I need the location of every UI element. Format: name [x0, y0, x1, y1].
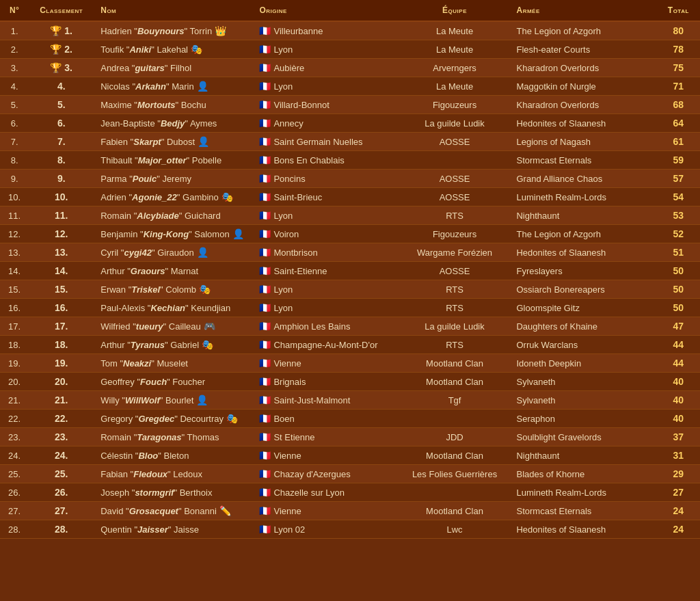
cell-origin: 🇫🇷Saint Germain Nuelles: [252, 133, 396, 151]
cell-origin: 🇫🇷Champagne-Au-Mont-D'or: [252, 336, 396, 354]
cell-no: 1.: [0, 21, 29, 40]
name-icon: 👤: [194, 247, 208, 258]
cell-rank: 21.: [29, 391, 94, 410]
flag-icon: 🇫🇷: [259, 62, 271, 73]
cell-total: 24: [657, 502, 700, 520]
cell-team: La Meute: [397, 21, 513, 40]
cell-no: 15.: [0, 280, 29, 299]
cell-total: 51: [657, 243, 700, 262]
cell-origin: 🇫🇷Saint-Brieuc: [252, 188, 396, 206]
table-row: 27.27.David "Grosacquet" Bonanni ✏️🇫🇷Vie…: [0, 502, 700, 520]
cell-origin: 🇫🇷Vienne: [252, 446, 396, 465]
cell-name: Arthur "Graours" Marnat: [94, 262, 252, 280]
cell-total: 52: [657, 225, 700, 243]
cell-name: Joseph "stormgrif" Berthoix: [94, 483, 252, 502]
cell-rank: 12.: [29, 225, 94, 243]
cell-name: Romain "Taragonas" Thomas: [94, 428, 252, 446]
name-icon: 👑: [212, 25, 226, 36]
cell-no: 3.: [0, 59, 29, 77]
cell-army: Lumineth Realm-Lords: [512, 188, 656, 206]
cell-origin: 🇫🇷Saint-Etienne: [252, 262, 396, 280]
cell-no: 21.: [0, 391, 29, 410]
cell-rank: 17.: [29, 317, 94, 336]
cell-rank: 25.: [29, 465, 94, 483]
cell-army: Kharadron Overlords: [512, 59, 656, 77]
cell-rank: 27.: [29, 502, 94, 520]
table-row: 7.7.Fabien "Skarpt" Dubost 👤🇫🇷Saint Germ…: [0, 133, 700, 151]
table-row: 25.25.Fabian "Fledoux" Ledoux🇫🇷Chazay d'…: [0, 465, 700, 483]
cell-no: 14.: [0, 262, 29, 280]
table-row: 5.5.Maxime "Mortouts" Bochu🇫🇷Villard-Bon…: [0, 96, 700, 114]
cell-total: 78: [657, 40, 700, 59]
flag-icon: 🇫🇷: [259, 44, 271, 55]
cell-total: 50: [657, 280, 700, 299]
cell-rank: 23.: [29, 428, 94, 446]
table-row: 14.14.Arthur "Graours" Marnat🇫🇷Saint-Eti…: [0, 262, 700, 280]
cell-army: Hedonites of Slaanesh: [512, 243, 656, 262]
cell-name: Erwan "Triskel" Colomb 🎭: [94, 280, 252, 299]
flag-icon: 🇫🇷: [259, 524, 271, 535]
name-icon: 👤: [195, 136, 209, 147]
cell-name: Jean-Baptiste "Bedjy" Aymes: [94, 114, 252, 133]
cell-army: Seraphon: [512, 410, 656, 428]
cell-army: Stormcast Eternals: [512, 502, 656, 520]
flag-icon: 🇫🇷: [259, 99, 271, 110]
cell-origin: 🇫🇷Lyon: [252, 280, 396, 299]
table-row: 8.8.Thibault "Major_otter" Pobelle🇫🇷Bons…: [0, 151, 700, 170]
cell-total: 68: [657, 96, 700, 114]
flag-icon: 🇫🇷: [259, 155, 271, 165]
cell-team: Figouzeurs: [397, 225, 513, 243]
cell-no: 17.: [0, 317, 29, 336]
cell-total: 64: [657, 114, 700, 133]
cell-no: 22.: [0, 410, 29, 428]
table-row: 3.🏆 3.Andrea "guitars" Filhol🇫🇷AubièreAr…: [0, 59, 700, 77]
cell-no: 26.: [0, 483, 29, 502]
cell-origin: 🇫🇷Lyon: [252, 40, 396, 59]
cell-team: AOSSE: [397, 170, 513, 188]
cell-rank: 20.: [29, 373, 94, 391]
table-row: 10.10.Adrien "Agonie_22" Gambino 🎭🇫🇷Sain…: [0, 188, 700, 206]
table-row: 15.15.Erwan "Triskel" Colomb 🎭🇫🇷LyonRTSO…: [0, 280, 700, 299]
cell-origin: 🇫🇷Lyon: [252, 299, 396, 317]
cell-team: [397, 410, 513, 428]
cell-origin: 🇫🇷Poncins: [252, 170, 396, 188]
cell-rank: 19.: [29, 354, 94, 373]
table-row: 1.🏆 1.Hadrien "Bouynours" Torrin 👑🇫🇷Vill…: [0, 21, 700, 40]
cell-rank: 7.: [29, 133, 94, 151]
cell-name: Willy "WillWolf" Bourlet 👤: [94, 391, 252, 410]
cell-rank: 15.: [29, 280, 94, 299]
name-icon: 🎭: [188, 44, 202, 55]
table-row: 12.12.Benjamin "King-Kong" Salomon 👤🇫🇷Vo…: [0, 225, 700, 243]
cell-army: Nighthaunt: [512, 206, 656, 225]
cell-army: Flesh-eater Courts: [512, 40, 656, 59]
cell-total: 24: [657, 520, 700, 539]
cell-no: 4.: [0, 77, 29, 96]
header-armee: Armée: [512, 0, 656, 21]
cell-total: 40: [657, 391, 700, 410]
table-row: 16.16.Paul-Alexis "Kechian" Keundjian🇫🇷L…: [0, 299, 700, 317]
flag-icon: 🇫🇷: [259, 118, 271, 129]
table-row: 9.9.Parma "Pouic" Jeremy🇫🇷PoncinsAOSSEGr…: [0, 170, 700, 188]
cell-name: Arthur "Tyranus" Gabriel 🎭: [94, 336, 252, 354]
cell-origin: 🇫🇷Vienne: [252, 354, 396, 373]
table-row: 21.21.Willy "WillWolf" Bourlet 👤🇫🇷Saint-…: [0, 391, 700, 410]
cell-name: Nicolas "Arkahn" Marin 👤: [94, 77, 252, 96]
cell-name: Fabian "Fledoux" Ledoux: [94, 465, 252, 483]
cell-army: Hedonites of Slaanesh: [512, 114, 656, 133]
cell-team: La Meute: [397, 40, 513, 59]
name-icon: 🎮: [201, 321, 215, 332]
cell-army: Orruk Warclans: [512, 336, 656, 354]
flag-icon: 🇫🇷: [259, 358, 271, 369]
cell-total: 59: [657, 151, 700, 170]
cell-rank: 22.: [29, 410, 94, 428]
cell-rank: 5.: [29, 96, 94, 114]
cell-team: Tgf: [397, 391, 513, 410]
cell-name: Geoffrey "Fouch" Foucher: [94, 373, 252, 391]
flag-icon: 🇫🇷: [259, 302, 271, 313]
cell-team: RTS: [397, 280, 513, 299]
cell-team: RTS: [397, 336, 513, 354]
cell-team: RTS: [397, 299, 513, 317]
name-icon: ✏️: [217, 505, 231, 516]
cell-team: RTS: [397, 206, 513, 225]
cell-no: 5.: [0, 96, 29, 114]
